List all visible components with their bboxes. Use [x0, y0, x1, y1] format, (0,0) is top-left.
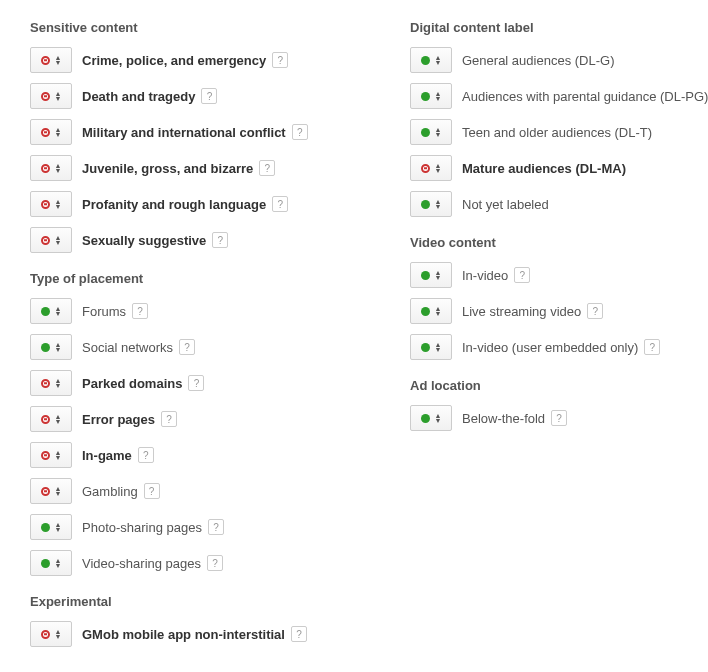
excluded-icon	[41, 379, 50, 388]
included-icon	[421, 307, 430, 316]
item-label: In-video (user embedded only)	[462, 340, 638, 355]
help-icon[interactable]: ?	[144, 483, 160, 499]
exclusion-toggle[interactable]	[30, 47, 72, 73]
included-icon	[421, 271, 430, 280]
exclusion-toggle[interactable]	[30, 119, 72, 145]
item-label: Crime, police, and emergency	[82, 53, 266, 68]
help-icon[interactable]: ?	[272, 52, 288, 68]
help-icon[interactable]: ?	[551, 410, 567, 426]
chevron-updown-icon	[55, 163, 62, 173]
left-column: Sensitive contentCrime, police, and emer…	[30, 20, 350, 657]
help-icon[interactable]: ?	[292, 124, 308, 140]
section-type-of-placement: Type of placementForums?Social networks?…	[30, 271, 350, 576]
chevron-updown-icon	[55, 306, 62, 316]
item-label: Juvenile, gross, and bizarre	[82, 161, 253, 176]
list-item: Video-sharing pages?	[30, 550, 350, 576]
list-item: Crime, police, and emergency?	[30, 47, 350, 73]
exclusion-toggle[interactable]	[30, 334, 72, 360]
list-item: Profanity and rough language?	[30, 191, 350, 217]
exclusion-toggle[interactable]	[30, 406, 72, 432]
help-icon[interactable]: ?	[208, 519, 224, 535]
exclusion-toggle[interactable]	[410, 262, 452, 288]
exclusion-toggle[interactable]	[30, 478, 72, 504]
help-icon[interactable]: ?	[291, 626, 307, 642]
item-label: Death and tragedy	[82, 89, 195, 104]
chevron-updown-icon	[55, 450, 62, 460]
exclusion-toggle[interactable]	[30, 191, 72, 217]
exclusion-toggle[interactable]	[410, 83, 452, 109]
chevron-updown-icon	[55, 342, 62, 352]
chevron-updown-icon	[435, 342, 442, 352]
included-icon	[421, 200, 430, 209]
section-experimental: ExperimentalGMob mobile app non-intersti…	[30, 594, 350, 647]
excluded-icon	[41, 128, 50, 137]
exclusion-toggle[interactable]	[410, 334, 452, 360]
excluded-icon	[41, 630, 50, 639]
chevron-updown-icon	[435, 163, 442, 173]
list-item: Gambling?	[30, 478, 350, 504]
help-icon[interactable]: ?	[644, 339, 660, 355]
exclusion-toggle[interactable]	[410, 47, 452, 73]
exclusion-toggle[interactable]	[410, 405, 452, 431]
help-icon[interactable]: ?	[212, 232, 228, 248]
exclusion-toggle[interactable]	[30, 370, 72, 396]
help-icon[interactable]: ?	[514, 267, 530, 283]
help-icon[interactable]: ?	[132, 303, 148, 319]
included-icon	[421, 56, 430, 65]
item-label: Live streaming video	[462, 304, 581, 319]
help-icon[interactable]: ?	[179, 339, 195, 355]
exclusion-toggle[interactable]	[30, 442, 72, 468]
list-item: Parked domains?	[30, 370, 350, 396]
help-icon[interactable]: ?	[201, 88, 217, 104]
chevron-updown-icon	[55, 378, 62, 388]
list-item: Forums?	[30, 298, 350, 324]
section-title: Digital content label	[410, 20, 708, 35]
exclusion-toggle[interactable]	[30, 227, 72, 253]
exclusion-toggle[interactable]	[410, 191, 452, 217]
help-icon[interactable]: ?	[161, 411, 177, 427]
exclusion-toggle[interactable]	[410, 119, 452, 145]
list-item: General audiences (DL-G)	[410, 47, 708, 73]
item-label: Forums	[82, 304, 126, 319]
exclusion-toggle[interactable]	[30, 155, 72, 181]
section-title: Type of placement	[30, 271, 350, 286]
list-item: Live streaming video?	[410, 298, 708, 324]
exclusion-toggle[interactable]	[30, 83, 72, 109]
item-label: Error pages	[82, 412, 155, 427]
included-icon	[421, 343, 430, 352]
list-item: Teen and older audiences (DL-T)	[410, 119, 708, 145]
exclusion-toggle[interactable]	[30, 550, 72, 576]
chevron-updown-icon	[55, 486, 62, 496]
help-icon[interactable]: ?	[138, 447, 154, 463]
item-label: In-game	[82, 448, 132, 463]
help-icon[interactable]: ?	[272, 196, 288, 212]
help-icon[interactable]: ?	[207, 555, 223, 571]
section-sensitive-content: Sensitive contentCrime, police, and emer…	[30, 20, 350, 253]
included-icon	[41, 343, 50, 352]
exclusion-toggle[interactable]	[30, 298, 72, 324]
section-digital-content-label: Digital content labelGeneral audiences (…	[410, 20, 708, 217]
included-icon	[41, 523, 50, 532]
help-icon[interactable]: ?	[259, 160, 275, 176]
list-item: Photo-sharing pages?	[30, 514, 350, 540]
section-title: Video content	[410, 235, 708, 250]
right-column: Digital content labelGeneral audiences (…	[410, 20, 708, 657]
exclusion-toggle[interactable]	[30, 621, 72, 647]
chevron-updown-icon	[435, 270, 442, 280]
exclusion-toggle[interactable]	[410, 155, 452, 181]
excluded-icon	[41, 92, 50, 101]
excluded-icon	[41, 56, 50, 65]
chevron-updown-icon	[435, 127, 442, 137]
item-label: Not yet labeled	[462, 197, 549, 212]
item-label: Photo-sharing pages	[82, 520, 202, 535]
exclusion-toggle[interactable]	[410, 298, 452, 324]
included-icon	[421, 414, 430, 423]
item-label: Gambling	[82, 484, 138, 499]
list-item: Death and tragedy?	[30, 83, 350, 109]
help-icon[interactable]: ?	[587, 303, 603, 319]
chevron-updown-icon	[435, 306, 442, 316]
chevron-updown-icon	[55, 558, 62, 568]
exclusion-toggle[interactable]	[30, 514, 72, 540]
help-icon[interactable]: ?	[188, 375, 204, 391]
section-ad-location: Ad locationBelow-the-fold?	[410, 378, 708, 431]
